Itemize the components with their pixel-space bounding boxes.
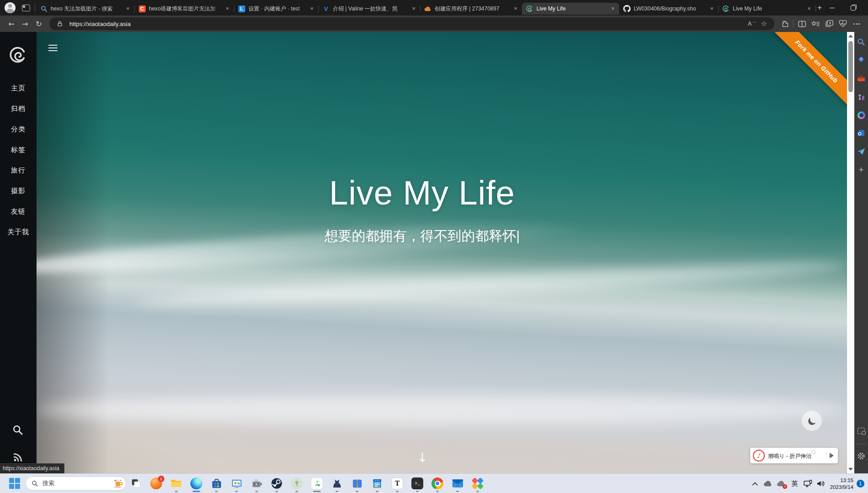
music-player-widget[interactable]: ♪ 潮鳴り - 折戸伸治 xyxy=(750,448,838,463)
minimize-button[interactable] xyxy=(822,0,843,16)
web-capture-icon[interactable] xyxy=(856,425,867,436)
volume-icon[interactable] xyxy=(815,476,828,492)
menu-item-categories[interactable]: 分类 xyxy=(0,119,37,139)
close-tab-icon[interactable]: × xyxy=(124,5,132,12)
taskbar-search-box[interactable]: 搜索 xyxy=(26,477,126,490)
read-aloud-icon[interactable]: A⌒ xyxy=(746,19,758,29)
menu-item-photography[interactable]: 摄影 xyxy=(0,180,37,201)
menu-item-friends[interactable]: 友链 xyxy=(0,201,37,221)
blog-spiral-logo-icon[interactable] xyxy=(9,46,27,64)
menu-item-tags[interactable]: 标签 xyxy=(0,139,37,160)
taskbar-edge[interactable] xyxy=(186,474,206,493)
toolbox-icon[interactable] xyxy=(856,73,867,84)
bing-daily-coffee-icon[interactable] xyxy=(112,477,124,489)
network-icon[interactable] xyxy=(801,476,815,492)
tab-live-my-life-active[interactable]: Live My Life × xyxy=(522,3,619,15)
taskbar-game-avatar[interactable] xyxy=(287,474,307,493)
forward-button[interactable]: → xyxy=(18,17,32,30)
tab-github-repo[interactable]: LW030406/Biography.sho × xyxy=(619,3,718,15)
taskbar-typora[interactable]: T xyxy=(387,474,407,493)
drop-paper-plane-icon[interactable] xyxy=(856,146,867,157)
task-view-button[interactable] xyxy=(126,474,146,493)
new-tab-button[interactable]: + xyxy=(817,2,822,13)
taskbar-cat-app[interactable] xyxy=(327,474,347,493)
menu-item-home[interactable]: 主页 xyxy=(0,78,37,98)
scrollbar-down-arrow[interactable] xyxy=(848,468,853,471)
tab-csdn[interactable]: C hexo搭建博客后图片无法加 × xyxy=(134,3,234,15)
taskbar-terminal[interactable]: >_ xyxy=(407,474,427,493)
sidebar-search-icon[interactable] xyxy=(856,37,867,47)
page-scrollbar[interactable] xyxy=(847,32,854,473)
extensions-icon[interactable] xyxy=(778,17,792,30)
taskbar-microsoft-store[interactable] xyxy=(206,474,226,493)
taskbar-wps[interactable] xyxy=(468,474,488,493)
address-bar[interactable]: https://xiaotaodaily.asia A⌒ ☆ xyxy=(49,17,774,30)
tab-leancloud[interactable]: 创建应用程序 | 273470897 × xyxy=(420,3,522,15)
ime-language-indicator[interactable]: 英 xyxy=(788,476,801,492)
taskbar-music-downloader[interactable]: ♪ xyxy=(307,474,327,493)
tray-chevron-up-icon[interactable] xyxy=(748,476,762,492)
restore-button[interactable] xyxy=(843,0,864,16)
taskbar-clock[interactable]: 13:15 2023/9/14 xyxy=(830,477,853,491)
back-button[interactable]: ← xyxy=(5,17,18,30)
menu-item-about[interactable]: 关于我 xyxy=(0,221,37,242)
tab-valine[interactable]: V 介绍 | Valine 一款快速、简 × xyxy=(318,3,420,15)
taskbar-zip-archiver[interactable] xyxy=(347,474,367,493)
rss-icon[interactable] xyxy=(12,452,24,464)
restore-icon xyxy=(851,5,856,10)
tab-settings-account[interactable]: L 设置 · 内建账户 · test × xyxy=(234,3,318,15)
progress-knob[interactable] xyxy=(811,450,815,454)
sidebar-settings-gear-icon[interactable] xyxy=(856,451,867,462)
settings-more-icon[interactable] xyxy=(850,17,863,30)
menu-item-archives[interactable]: 归档 xyxy=(0,98,37,119)
browser-profile-avatar[interactable] xyxy=(5,2,16,13)
favorite-star-icon[interactable]: ☆ xyxy=(758,19,770,29)
tab-title: hexo 无法加载图片 - 搜索 xyxy=(51,5,124,13)
taskbar-file-explorer[interactable] xyxy=(166,474,186,493)
scroll-down-arrow-icon[interactable]: ↓ xyxy=(417,450,427,465)
close-tab-icon[interactable]: × xyxy=(410,5,417,12)
taskbar-notepad-app[interactable] xyxy=(367,474,387,493)
outlook-icon[interactable] xyxy=(856,128,867,139)
split-screen-icon[interactable] xyxy=(795,17,809,30)
browser-essentials-icon[interactable] xyxy=(836,17,850,30)
close-tab-icon[interactable]: × xyxy=(708,5,715,12)
tray-cloud-icon[interactable] xyxy=(762,476,775,492)
close-tab-icon[interactable]: × xyxy=(609,5,616,12)
taskbar-pc-manager[interactable] xyxy=(226,474,247,493)
close-tab-icon[interactable]: × xyxy=(224,5,231,12)
fork-me-on-github-ribbon[interactable]: Fork me on GitHub xyxy=(770,32,847,108)
scrollbar-thumb[interactable] xyxy=(848,41,853,92)
start-button[interactable] xyxy=(5,474,25,493)
close-tab-icon[interactable]: × xyxy=(308,5,316,12)
collections-icon[interactable] xyxy=(822,17,836,30)
search-icon xyxy=(32,480,38,487)
taskbar-app-orange-cloud[interactable]: 1 xyxy=(146,474,166,493)
games-chess-icon[interactable] xyxy=(856,91,867,102)
refresh-button[interactable]: ↻ xyxy=(32,17,46,30)
taskbar-steam[interactable] xyxy=(267,474,287,493)
favorites-hub-icon[interactable] xyxy=(809,17,822,30)
hamburger-menu-icon[interactable] xyxy=(48,45,58,51)
shopping-tag-icon[interactable] xyxy=(856,55,867,66)
taskbar-chrome[interactable] xyxy=(427,474,447,493)
notification-center-badge[interactable]: 1 xyxy=(857,480,864,488)
dark-mode-toggle[interactable] xyxy=(802,411,822,431)
blog-search-icon[interactable] xyxy=(12,425,24,436)
url-text[interactable]: https://xiaotaodaily.asia xyxy=(69,21,746,27)
close-tab-icon[interactable]: × xyxy=(512,5,519,12)
taskbar-mail[interactable] xyxy=(447,474,468,493)
menu-item-travel[interactable]: 旅行 xyxy=(0,160,37,180)
tab-bing-search[interactable]: hexo 无法加载图片 - 搜索 × xyxy=(36,3,134,15)
close-window-button[interactable]: × xyxy=(864,0,868,16)
close-tab-icon[interactable]: × xyxy=(805,5,813,12)
tab-actions-menu-icon[interactable] xyxy=(22,5,30,11)
tray-cloud-error-icon[interactable]: × xyxy=(775,476,788,492)
add-sidebar-item-icon[interactable]: + xyxy=(856,164,867,175)
zip-folder-icon xyxy=(352,478,363,489)
play-button[interactable] xyxy=(830,453,834,458)
microsoft-365-copilot-icon[interactable] xyxy=(856,110,867,121)
scrollbar-up-arrow[interactable] xyxy=(848,35,853,37)
taskbar-hardware-tool[interactable] xyxy=(247,474,267,493)
tab-live-my-life-2[interactable]: Live My Life × xyxy=(718,3,815,15)
